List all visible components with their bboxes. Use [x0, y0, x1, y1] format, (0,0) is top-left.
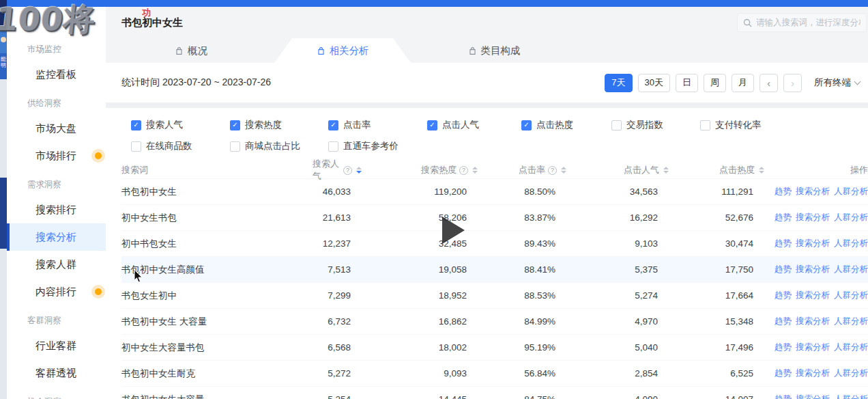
filter-点击人气[interactable]: ✓点击人气 — [427, 119, 521, 131]
tab-概况[interactable]: 概况 — [115, 38, 267, 63]
checkbox-icon[interactable] — [230, 141, 240, 152]
terminal-select[interactable]: 所有终端 — [814, 77, 860, 89]
action-link-趋势[interactable]: 趋势 — [775, 238, 792, 249]
value-text: 111,291 — [721, 187, 753, 197]
table-row[interactable]: 书包初中女生46,033119,20088.50%34,563111,291趋势… — [121, 178, 868, 204]
filter-支付转化率[interactable]: 支付转化率 — [700, 119, 868, 131]
filter-交易指数[interactable]: 交易指数 — [611, 119, 700, 131]
sort-icon[interactable] — [356, 167, 362, 174]
sort-icon[interactable] — [472, 167, 478, 174]
action-link-趋势[interactable]: 趋势 — [775, 290, 792, 301]
table-row[interactable]: 初中女生大容量书包6,56818,00295.19%5,04017,496趋势搜… — [121, 334, 868, 360]
action-link-搜索分析[interactable]: 搜索分析 — [796, 238, 830, 249]
checkbox-icon[interactable] — [700, 120, 710, 130]
action-link-人群分析[interactable]: 人群分析 — [834, 290, 868, 301]
action-link-搜索分析[interactable]: 搜索分析 — [796, 290, 830, 301]
checkbox-icon[interactable] — [131, 141, 141, 152]
action-link-人群分析[interactable]: 人群分析 — [834, 238, 868, 249]
checkbox-icon[interactable]: ✓ — [230, 120, 240, 130]
search-box[interactable] — [737, 13, 867, 32]
table-row[interactable]: 初中女生书包21,61358,20683.87%16,29252,676趋势搜索… — [121, 204, 868, 230]
column-header-点击率[interactable]: 点击率? — [483, 164, 572, 176]
next-page-button[interactable]: › — [783, 74, 802, 92]
help-icon[interactable]: ? — [459, 166, 468, 175]
help-icon[interactable]: ? — [548, 166, 557, 175]
action-link-搜索分析[interactable]: 搜索分析 — [796, 394, 830, 399]
sidebar-item-监控看板[interactable]: 监控看板 — [7, 61, 106, 88]
action-link-趋势[interactable]: 趋势 — [775, 394, 792, 399]
range-button-月[interactable]: 月 — [732, 74, 754, 92]
action-link-人群分析[interactable]: 人群分析 — [834, 342, 868, 353]
column-header-搜索热度[interactable]: 搜索热度? — [367, 164, 483, 176]
sort-down-icon — [759, 171, 764, 174]
sort-icon[interactable] — [561, 167, 566, 174]
sidebar-item-搜索分析[interactable]: 搜索分析 — [7, 223, 106, 251]
column-header-搜索人气[interactable]: 搜索人气? — [313, 158, 367, 182]
range-button-7天[interactable]: 7天 — [605, 74, 632, 92]
video-play-icon[interactable] — [442, 217, 465, 244]
action-link-人群分析[interactable]: 人群分析 — [834, 212, 868, 223]
value-cell: 15,348 — [674, 316, 770, 327]
action-link-人群分析[interactable]: 人群分析 — [834, 186, 868, 197]
action-link-人群分析[interactable]: 人群分析 — [834, 316, 868, 327]
sort-icon[interactable] — [759, 167, 764, 174]
range-button-30天[interactable]: 30天 — [638, 74, 670, 92]
filter-点击率[interactable]: ✓点击率 — [328, 119, 427, 131]
page-title: 书包初中女生 — [121, 16, 183, 29]
range-button-日[interactable]: 日 — [676, 74, 698, 92]
filter-搜索人气[interactable]: ✓搜索人气 — [131, 119, 230, 131]
help-icon[interactable]: ? — [343, 166, 352, 175]
sidebar-item-客群透视[interactable]: 客群透视 — [7, 359, 106, 387]
action-link-搜索分析[interactable]: 搜索分析 — [796, 212, 830, 223]
action-link-趋势[interactable]: 趋势 — [775, 368, 792, 379]
range-button-周[interactable]: 周 — [704, 74, 726, 92]
sidebar-item-搜索排行[interactable]: 搜索排行 — [7, 196, 106, 223]
filter-商城点击占比[interactable]: 商城点击占比 — [230, 140, 328, 152]
sidebar-item-市场排行[interactable]: 市场排行 — [7, 142, 106, 169]
action-link-搜索分析[interactable]: 搜索分析 — [796, 264, 830, 275]
action-link-搜索分析[interactable]: 搜索分析 — [796, 316, 830, 327]
table-row[interactable]: 书包初中女生大容量5,25414,44584.75%4,09014,007趋势搜… — [121, 386, 868, 399]
value-text: 30,474 — [725, 238, 753, 249]
filter-在线商品数[interactable]: 在线商品数 — [131, 140, 230, 152]
checkbox-icon[interactable]: ✓ — [131, 120, 141, 130]
action-link-人群分析[interactable]: 人群分析 — [834, 264, 868, 275]
sidebar-item-搜索人群[interactable]: 搜索人群 — [7, 251, 106, 278]
column-header-点击人气[interactable]: 点击人气 — [572, 164, 674, 176]
action-link-搜索分析[interactable]: 搜索分析 — [796, 368, 830, 379]
sort-icon[interactable] — [663, 167, 669, 174]
checkbox-icon[interactable]: ✓ — [427, 120, 437, 130]
action-link-趋势[interactable]: 趋势 — [775, 342, 792, 353]
column-header-点击热度[interactable]: 点击热度 — [674, 164, 770, 176]
value-text: 14,445 — [439, 394, 467, 399]
action-link-人群分析[interactable]: 人群分析 — [834, 394, 868, 399]
sidebar-item-市场大盘[interactable]: 市场大盘 — [7, 115, 106, 142]
prev-page-button[interactable]: ‹ — [760, 74, 778, 92]
table-row[interactable]: 书包初中女生耐克5,2729,09356.84%2,8546,525趋势搜索分析… — [121, 360, 868, 386]
filter-直通车参考价[interactable]: 直通车参考价 — [328, 140, 427, 152]
action-link-人群分析[interactable]: 人群分析 — [834, 368, 868, 379]
filter-点击热度[interactable]: ✓点击热度 — [521, 119, 611, 131]
sidebar-item-行业客群[interactable]: 行业客群 — [7, 332, 106, 359]
action-link-趋势[interactable]: 趋势 — [775, 186, 792, 197]
actions-cell: 趋势搜索分析人群分析 — [770, 264, 868, 275]
filter-搜索热度[interactable]: ✓搜索热度 — [230, 119, 328, 131]
tab-类目构成[interactable]: 类目构成 — [418, 38, 570, 63]
checkbox-icon[interactable] — [328, 141, 338, 152]
checkbox-icon[interactable]: ✓ — [328, 120, 338, 130]
action-link-趋势[interactable]: 趋势 — [775, 264, 792, 275]
table-row[interactable]: 书包初中女生 大容量6,73216,86284.99%4,97015,348趋势… — [121, 308, 868, 334]
table-row[interactable]: 书包女生初中7,29918,95288.53%5,27417,664趋势搜索分析… — [121, 282, 868, 308]
action-link-搜索分析[interactable]: 搜索分析 — [796, 186, 830, 197]
table-row[interactable]: 书包初中女生高颜值7,51319,05888.41%5,37517,750趋势搜… — [121, 256, 868, 282]
action-link-趋势[interactable]: 趋势 — [775, 212, 792, 223]
table-row[interactable]: 初中书包女生12,23732,48589.43%9,10330,474趋势搜索分… — [121, 230, 868, 256]
tab-相关分析[interactable]: 相关分析 — [267, 38, 418, 63]
sidebar-item-内容排行[interactable]: 内容排行 — [7, 278, 106, 305]
action-link-搜索分析[interactable]: 搜索分析 — [796, 342, 830, 353]
search-input[interactable] — [756, 18, 860, 27]
actions-cell: 趋势搜索分析人群分析 — [770, 368, 868, 379]
action-link-趋势[interactable]: 趋势 — [775, 316, 792, 327]
checkbox-icon[interactable]: ✓ — [521, 120, 532, 130]
checkbox-icon[interactable] — [611, 120, 622, 130]
